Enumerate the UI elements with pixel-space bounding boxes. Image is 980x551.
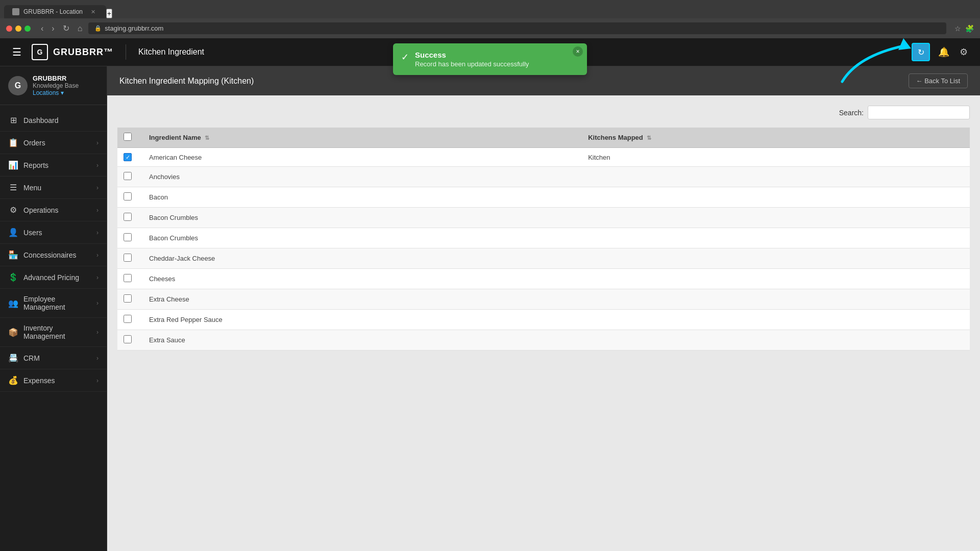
tl-yellow[interactable] [15, 26, 21, 32]
sidebar-item-reports[interactable]: 📊 Reports › [0, 154, 107, 177]
tab-close-btn[interactable]: ✕ [91, 9, 95, 15]
table-cell-ingredient: American Cheese [143, 148, 582, 167]
back-btn[interactable]: ‹ [39, 23, 45, 34]
inventory-icon: 📦 [8, 328, 18, 337]
row-checkbox[interactable] [124, 213, 132, 221]
table-cell-kitchens [582, 208, 970, 228]
header-page-title: Kitchen Ingredient [138, 47, 204, 57]
settings-btn[interactable]: ⚙ [958, 44, 970, 60]
tl-red[interactable] [6, 26, 12, 32]
table-row: Bacon Crumbles [117, 228, 970, 248]
browser-actions: ☆ 🧩 [954, 24, 974, 33]
new-tab-btn[interactable]: + [106, 9, 112, 18]
table-cell-ingredient: Extra Sauce [143, 330, 582, 350]
table-cell-kitchens [582, 167, 970, 187]
table-row: Extra Sauce [117, 330, 970, 350]
chevron-right-icon: › [96, 184, 99, 191]
sidebar-nav: ⊞ Dashboard 📋 Orders › 📊 Reports › ☰ Men… [0, 105, 107, 551]
sidebar-item-menu[interactable]: ☰ Menu › [0, 177, 107, 199]
table-cell-checkbox [117, 289, 143, 310]
sidebar-item-label: Reports [23, 161, 96, 169]
sidebar-item-label: Employee Management [23, 295, 96, 311]
table-row: Bacon Crumbles [117, 208, 970, 228]
sidebar-item-label: Orders [23, 139, 96, 147]
table-cell-kitchens [582, 269, 970, 289]
main-content: G GRUBBRR Knowledge Base Locations ▾ ⊞ D… [0, 66, 980, 551]
table-cell-checkbox [117, 187, 143, 208]
row-checkbox[interactable] [124, 335, 132, 343]
table-cell-checkbox [117, 148, 143, 167]
chevron-right-icon: › [96, 229, 99, 236]
table-row: Extra Red Pepper Sauce [117, 310, 970, 330]
menu-icon: ☰ [8, 183, 18, 192]
active-tab[interactable]: GRUBBRR - Location ✕ [4, 5, 106, 18]
tl-green[interactable] [24, 26, 31, 32]
row-checkbox[interactable] [124, 315, 132, 323]
sidebar-item-label: Inventory Management [23, 324, 96, 340]
notification: ✓ Success Record has been updated succes… [393, 43, 587, 75]
tab-title: GRUBBRR - Location [23, 8, 83, 15]
home-btn[interactable]: ⌂ [76, 23, 85, 34]
table-cell-checkbox [117, 248, 143, 269]
reports-icon: 📊 [8, 160, 18, 170]
sidebar-item-operations[interactable]: ⚙ Operations › [0, 199, 107, 221]
chevron-right-icon: › [96, 377, 99, 384]
search-input[interactable] [868, 106, 970, 119]
sidebar-location-btn[interactable]: Locations ▾ [33, 89, 79, 96]
chevron-right-icon: › [96, 139, 99, 146]
row-checkbox[interactable] [124, 172, 132, 180]
sidebar-item-label: Menu [23, 184, 96, 192]
sidebar-item-dashboard[interactable]: ⊞ Dashboard [0, 109, 107, 132]
sidebar-item-orders[interactable]: 📋 Orders › [0, 132, 107, 154]
operations-icon: ⚙ [8, 205, 18, 215]
chevron-right-icon: › [96, 274, 99, 281]
bookmark-btn[interactable]: ☆ [954, 24, 961, 33]
sidebar-item-advanced-pricing[interactable]: 💲 Advanced Pricing › [0, 266, 107, 289]
table-cell-ingredient: Bacon Crumbles [143, 208, 582, 228]
reload-btn[interactable]: ↻ [61, 22, 71, 34]
sidebar-item-label: CRM [23, 354, 96, 362]
select-all-checkbox[interactable] [124, 133, 132, 141]
employee-icon: 👥 [8, 298, 18, 308]
tab-favicon [12, 8, 19, 15]
header-actions: ↻ 🔔 ⚙ [912, 43, 970, 61]
table-row: Extra Cheese [117, 289, 970, 310]
row-checkbox[interactable] [124, 233, 132, 241]
expenses-icon: 💰 [8, 375, 18, 385]
crm-icon: 📇 [8, 353, 18, 363]
logo-text: GRUBBRR™ [53, 47, 113, 58]
sidebar-item-concessionaires[interactable]: 🏪 Concessionaires › [0, 244, 107, 266]
row-checkbox[interactable] [124, 274, 132, 282]
sidebar-item-users[interactable]: 👤 Users › [0, 221, 107, 244]
chevron-right-icon: › [96, 162, 99, 169]
forward-btn[interactable]: › [50, 23, 56, 34]
browser-controls: ‹ › ↻ ⌂ 🔒 staging.grubbrr.com ☆ 🧩 [0, 18, 980, 38]
dashboard-icon: ⊞ [8, 115, 18, 125]
sidebar-item-expenses[interactable]: 💰 Expenses › [0, 369, 107, 392]
hamburger-btn[interactable]: ☰ [10, 44, 23, 60]
row-checkbox[interactable] [124, 294, 132, 303]
sidebar-item-label: Concessionaires [23, 251, 96, 259]
table-cell-ingredient: Extra Cheese [143, 289, 582, 310]
table-cell-kitchens [582, 248, 970, 269]
content-area: Kitchen Ingredient Mapping (Kitchen) ← B… [107, 66, 980, 551]
table-row: Anchovies [117, 167, 970, 187]
address-bar[interactable]: 🔒 staging.grubbrr.com [88, 22, 946, 34]
extensions-btn[interactable]: 🧩 [965, 24, 974, 33]
table-cell-kitchens [582, 187, 970, 208]
logo-letter: G [37, 48, 43, 56]
back-to-list-btn[interactable]: ← Back To List [909, 73, 968, 88]
table-header-kitchens: Kitchens Mapped ⇅ [582, 128, 970, 148]
sidebar-profile-sub: Knowledge Base [33, 82, 79, 89]
sidebar-item-inventory-management[interactable]: 📦 Inventory Management › [0, 318, 107, 347]
row-checkbox[interactable] [124, 254, 132, 262]
bell-btn[interactable]: 🔔 [936, 44, 951, 60]
sidebar-item-label: Users [23, 229, 96, 237]
table-cell-kitchens [582, 228, 970, 248]
checked-checkbox[interactable] [124, 153, 132, 161]
row-checkbox[interactable] [124, 192, 132, 201]
sidebar-item-crm[interactable]: 📇 CRM › [0, 347, 107, 369]
sidebar-item-employee-management[interactable]: 👥 Employee Management › [0, 289, 107, 318]
notification-close-btn[interactable]: × [573, 46, 583, 57]
refresh-btn[interactable]: ↻ [912, 43, 930, 61]
